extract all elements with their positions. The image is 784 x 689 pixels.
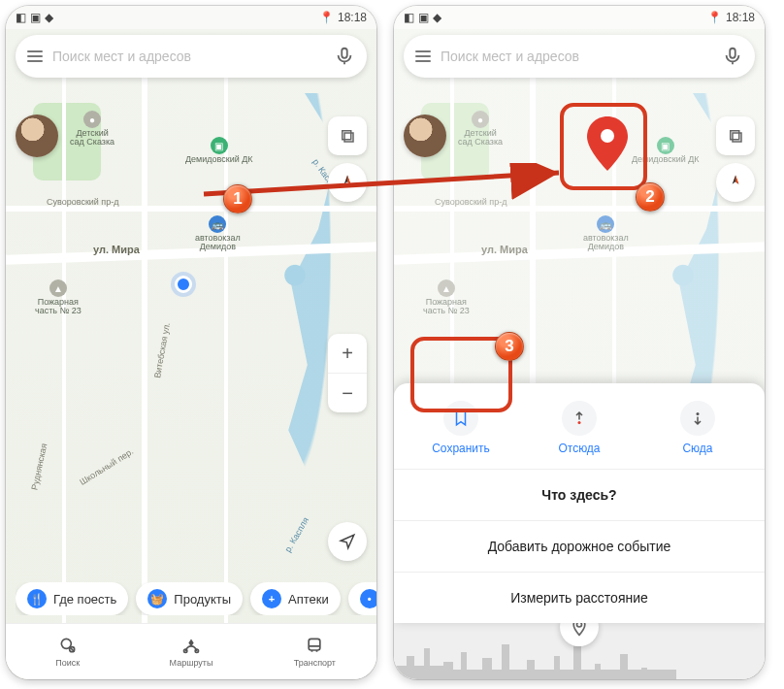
sheet-from[interactable]: Отсюда	[520, 401, 638, 455]
label-street: Суворовский пр-д	[47, 197, 119, 207]
highlight-box-pin	[560, 103, 647, 190]
chip-pharmacy[interactable]: +Аптеки	[250, 582, 341, 615]
voice-icon[interactable]	[334, 46, 355, 67]
screen-left: Баррикадная ул. Суворовский пр-д ул. Мир…	[6, 6, 376, 679]
search-bar[interactable]: Поиск мест и адресов	[404, 35, 755, 78]
search-bar[interactable]: Поиск мест и адресов	[16, 35, 367, 78]
svg-rect-11	[733, 133, 741, 142]
poi-bus-station[interactable]: 🚌автовокзал Демидов	[195, 215, 241, 252]
callout-3: 3	[495, 332, 524, 361]
search-input[interactable]: Поиск мест и адресов	[52, 49, 324, 64]
svg-rect-10	[731, 131, 739, 140]
layers-button[interactable]	[716, 116, 755, 155]
svg-rect-7	[309, 639, 320, 650]
zoom-out-button[interactable]: −	[328, 374, 367, 412]
poi-fire[interactable]: ▲Пожарная часть № 23	[35, 279, 82, 316]
location-icon: 📍	[319, 11, 334, 24]
chip-food[interactable]: 🍴Где поесть	[16, 582, 128, 615]
status-bar: ◧▣◆ 📍18:18	[394, 6, 765, 29]
notif-icon: ▣	[30, 11, 41, 24]
svg-rect-1	[343, 131, 351, 140]
svg-rect-9	[730, 49, 735, 58]
clock: 18:18	[338, 11, 367, 24]
callout-1: 1	[223, 184, 252, 213]
sheet-road-event[interactable]: Добавить дорожное событие	[394, 520, 765, 572]
zoom-control: + −	[328, 334, 367, 412]
notif-icon: ◆	[45, 11, 53, 24]
category-chips: 🍴Где поесть 🧺Продукты +Аптеки •Кр	[16, 582, 376, 615]
layers-button[interactable]	[328, 116, 367, 155]
callout-2: 2	[636, 182, 665, 212]
chip-more[interactable]: •Кр	[348, 582, 376, 615]
label-street: ул. Мира	[93, 244, 140, 255]
svg-rect-0	[342, 49, 347, 58]
chip-grocery[interactable]: 🧺Продукты	[136, 582, 243, 615]
voice-icon[interactable]	[722, 46, 743, 67]
status-bar: ◧ ▣ ◆ 📍 18:18	[6, 6, 376, 29]
sheet-measure[interactable]: Измерить расстояние	[394, 572, 765, 623]
svg-point-14	[697, 412, 700, 415]
notif-icon: ◧	[16, 11, 26, 24]
sheet-what-here[interactable]: Что здесь?	[394, 469, 765, 520]
avatar[interactable]	[404, 115, 446, 157]
avatar[interactable]	[16, 115, 58, 157]
bottom-nav: Поиск Маршруты Транспорт	[6, 623, 376, 679]
menu-icon[interactable]	[27, 50, 43, 62]
menu-icon[interactable]	[415, 50, 431, 62]
search-input[interactable]: Поиск мест и адресов	[441, 49, 712, 64]
svg-rect-2	[344, 133, 353, 142]
sheet-to[interactable]: Сюда	[638, 401, 757, 455]
compass-button[interactable]	[328, 163, 367, 202]
nav-search[interactable]: Поиск	[6, 624, 129, 679]
compass-button[interactable]	[716, 163, 755, 202]
user-location-dot	[175, 276, 192, 293]
svg-point-13	[578, 421, 581, 424]
svg-point-6	[195, 649, 198, 652]
map-canvas[interactable]: Баррикадная ул. Суворовский пр-д ул. Мир…	[6, 6, 376, 679]
locate-button[interactable]	[328, 522, 367, 561]
bottom-sheet: Сохранить Отсюда Сюда Что здесь? Добавит…	[394, 383, 765, 623]
nav-routes[interactable]: Маршруты	[129, 624, 252, 679]
svg-point-5	[183, 649, 186, 652]
zoom-in-button[interactable]: +	[328, 334, 367, 373]
poi-kindergarten[interactable]: ●Детский сад Сказка	[70, 111, 114, 148]
nav-transport[interactable]: Транспорт	[253, 624, 376, 679]
poi-dk[interactable]: ▣Демидовский ДК	[185, 137, 253, 164]
